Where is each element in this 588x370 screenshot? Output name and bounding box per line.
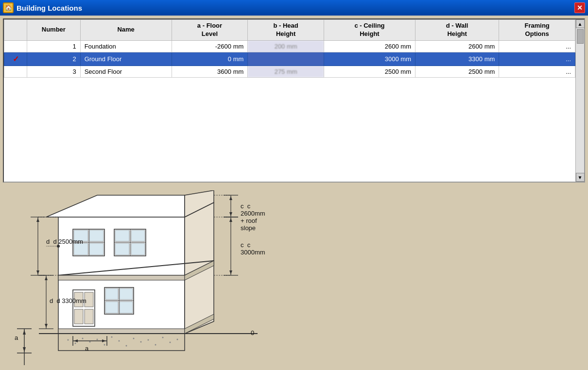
svg-rect-46	[89, 243, 104, 255]
d-top-label: d d 2500mm	[46, 238, 83, 245]
zero-label: 0	[251, 329, 254, 336]
col-number: Number	[27, 20, 81, 41]
table-row[interactable]: 3 Second Floor 3600 mm 275 mm 2500 mm 25…	[4, 66, 575, 77]
svg-point-5	[97, 339, 98, 340]
col-head-height: b - HeadHeight	[248, 20, 324, 41]
row-framing: ...	[499, 40, 575, 52]
svg-rect-32	[85, 309, 93, 324]
svg-rect-38	[105, 302, 118, 313]
row-floor-level: 3600 mm	[172, 66, 248, 77]
row-number: 3	[27, 66, 81, 77]
close-button[interactable]: ✕	[574, 2, 585, 13]
col-wall-height: d - WallHeight	[415, 20, 499, 41]
title-bar-left: 🏠 Building Locations	[3, 2, 82, 13]
svg-point-12	[148, 339, 149, 341]
scroll-down-arrow[interactable]: ▼	[576, 173, 585, 182]
window-title: Building Locations	[17, 4, 82, 12]
row-ceiling-height: 3000 mm	[324, 52, 415, 66]
svg-marker-64	[229, 218, 232, 222]
row-wall-height: 2500 mm	[415, 66, 499, 77]
svg-point-11	[140, 341, 142, 343]
svg-point-13	[155, 344, 156, 346]
row-ceiling-height: 2500 mm	[324, 66, 415, 77]
svg-rect-53	[131, 243, 145, 255]
row-name: Second Floor	[80, 66, 172, 77]
row-check: ✓	[4, 52, 27, 66]
svg-point-2	[75, 343, 76, 344]
svg-rect-50	[115, 230, 129, 241]
row-ceiling-height: 2600 mm	[324, 40, 415, 52]
row-number: 2	[27, 52, 81, 66]
row-wall-height: 3300 mm	[415, 52, 499, 66]
main-content: Number Name a - FloorLevel b - HeadHeigh…	[0, 16, 588, 370]
col-framing: FramingOptions	[499, 20, 575, 41]
building-diagram: c c 2600mm + roof slope c c 3000mm d d 2…	[10, 190, 262, 365]
building-svg	[10, 190, 262, 365]
svg-marker-82	[23, 330, 26, 335]
svg-point-10	[133, 338, 135, 339]
svg-marker-19	[46, 195, 185, 217]
svg-rect-44	[89, 230, 104, 241]
svg-marker-57	[229, 196, 232, 200]
row-number: 1	[27, 40, 81, 52]
svg-marker-78	[45, 324, 48, 328]
svg-point-3	[82, 338, 84, 339]
svg-marker-70	[36, 218, 39, 222]
col-name: Name	[80, 20, 172, 41]
svg-rect-52	[115, 243, 129, 255]
svg-point-15	[170, 342, 171, 343]
svg-point-16	[177, 339, 178, 340]
locations-table: Number Name a - FloorLevel b - HeadHeigh…	[4, 19, 575, 78]
svg-rect-39	[120, 302, 133, 313]
svg-point-14	[162, 337, 164, 338]
row-name: Ground Floor	[80, 52, 172, 66]
table-container: Number Name a - FloorLevel b - HeadHeigh…	[4, 19, 575, 182]
d-bot-label: d d 3300mm	[50, 297, 86, 304]
diagram-section: c c 2600mm + roof slope c c 3000mm d d 2…	[0, 185, 588, 370]
col-check	[4, 20, 27, 41]
svg-marker-83	[23, 347, 26, 352]
col-floor-level: a - FloorLevel	[172, 20, 248, 41]
title-bar: 🏠 Building Locations ✕	[0, 0, 588, 16]
row-floor-level: 0 mm	[172, 52, 248, 66]
row-head-height: 200 mm	[248, 40, 324, 52]
svg-point-7	[111, 336, 113, 338]
app-icon: 🏠	[3, 2, 14, 13]
c-mid-label: c c 3000mm	[241, 241, 265, 256]
svg-marker-71	[36, 270, 39, 274]
svg-marker-65	[229, 270, 232, 274]
svg-rect-26	[58, 329, 185, 334]
a-bot-label: a	[85, 345, 88, 352]
row-head-height	[248, 52, 324, 66]
table-row[interactable]: ✓ 2 Ground Floor 0 mm 3000 mm 3300 mm ..…	[4, 52, 575, 66]
table-section: Number Name a - FloorLevel b - HeadHeigh…	[3, 18, 585, 183]
row-wall-height: 2600 mm	[415, 40, 499, 52]
scrollbar[interactable]: ▲ ▼	[575, 19, 584, 182]
row-name: Foundation	[80, 40, 172, 52]
svg-point-4	[89, 341, 91, 343]
row-check	[4, 40, 27, 52]
row-floor-level: -2600 mm	[172, 40, 248, 52]
c-top-label: c c 2600mm + roof slope	[241, 202, 265, 232]
scroll-up-arrow[interactable]: ▲	[576, 19, 585, 28]
col-ceiling-height: c - CeilingHeight	[324, 20, 415, 41]
svg-point-9	[126, 345, 127, 347]
scroll-thumb[interactable]	[577, 29, 584, 44]
table-row[interactable]: 1 Foundation -2600 mm 200 mm 2600 mm 260…	[4, 40, 575, 52]
row-head-height: 275 mm	[248, 66, 324, 77]
row-framing: ...	[499, 66, 575, 77]
svg-point-8	[119, 340, 120, 342]
svg-point-6	[104, 344, 105, 346]
svg-rect-36	[105, 288, 118, 300]
svg-rect-24	[58, 275, 185, 280]
row-check	[4, 66, 27, 77]
svg-marker-58	[229, 212, 232, 216]
svg-point-1	[68, 339, 69, 341]
row-framing: ...	[499, 52, 575, 66]
svg-marker-77	[45, 276, 48, 280]
svg-rect-37	[120, 288, 133, 300]
svg-rect-31	[74, 309, 83, 324]
svg-rect-51	[131, 230, 145, 241]
a-left-label: a	[15, 334, 18, 341]
